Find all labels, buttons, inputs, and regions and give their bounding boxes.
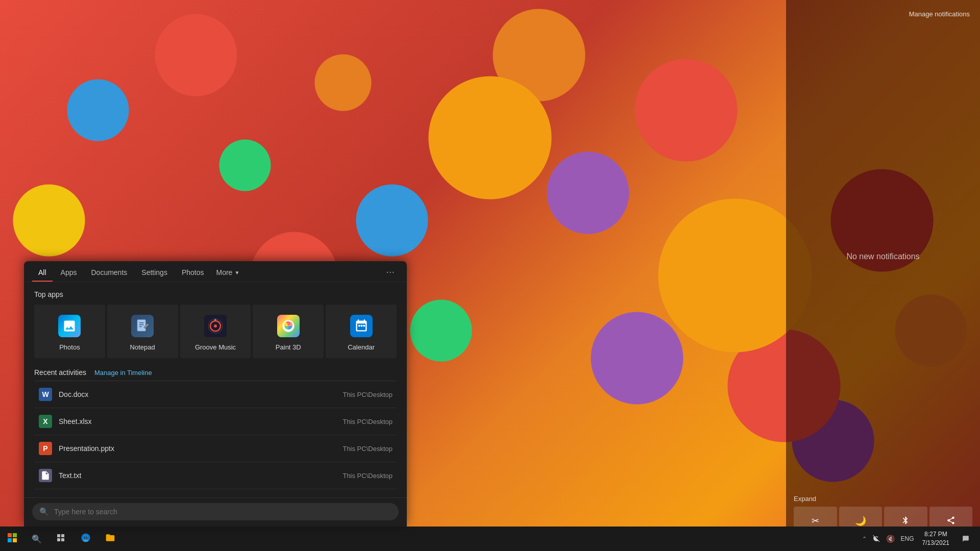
svg-rect-0 [137,320,145,332]
explorer-icon [105,533,115,545]
notification-panel: Manage notifications No new notification… [786,0,980,551]
system-tray: ⌃ 🔇 ENG 8:27 PM 7/13/2021 [856,527,980,551]
presentation-filename: Presentation.pptx [59,444,336,453]
app-tile-paint3d[interactable]: Paint 3D [253,305,324,358]
notification-header: Manage notifications [786,0,980,23]
paint3d-app-icon [276,314,301,338]
search-content: Top apps Photos [24,282,407,497]
svg-rect-11 [360,325,362,327]
no-notifications-text: No new notifications [786,23,980,490]
clock-date: 7/13/2021 [922,539,949,547]
svg-rect-10 [358,325,360,327]
calendar-icon-graphic [350,315,373,337]
search-bar-container: 🔍 [24,497,407,527]
more-label: More [216,268,232,277]
language-indicator[interactable]: ENG [899,533,916,544]
svg-rect-13 [8,533,12,537]
tab-ellipsis-button[interactable]: ··· [382,262,399,282]
svg-rect-19 [57,538,60,541]
app-tile-groove[interactable]: Groove Music [180,305,251,358]
system-clock[interactable]: 8:27 PM 7/13/2021 [918,528,953,549]
recent-item-sheet[interactable]: X Sheet.xlsx This PC\Desktop [34,408,397,435]
nearby-sharing-icon [946,516,955,527]
top-apps-title: Top apps [34,290,397,298]
task-view-button[interactable] [49,527,74,551]
edge-icon [81,533,91,545]
app-tile-notepad[interactable]: Notepad [107,305,178,358]
tab-documents[interactable]: Documents [85,261,133,282]
start-icon [8,533,17,545]
paint3d-app-name: Paint 3D [276,343,301,351]
svg-rect-12 [363,325,365,327]
taskbar-explorer-button[interactable] [98,527,122,551]
search-panel: All Apps Documents Settings Photos More … [24,261,407,527]
excel-file-icon: X [38,414,53,429]
clock-time: 8:27 PM [922,530,949,539]
app-tile-calendar[interactable]: Calendar [326,305,397,358]
notepad-icon-graphic [131,315,154,337]
search-bar-icon: 🔍 [39,507,49,516]
tab-all[interactable]: All [32,261,53,282]
notification-center-button[interactable] [955,527,976,551]
sheet-filepath: This PC\Desktop [342,418,393,425]
task-view-icon [57,534,65,544]
doc-filepath: This PC\Desktop [342,391,393,398]
txt-icon-graphic [39,469,52,482]
search-input[interactable] [54,508,391,516]
ppt-file-icon: P [38,441,53,456]
svg-rect-20 [61,538,64,541]
search-bar: 🔍 [32,503,399,520]
photos-app-icon [57,314,82,338]
recent-item-text[interactable]: Text.txt This PC\Desktop [34,462,397,489]
calendar-app-icon [349,314,374,338]
groove-app-name: Groove Music [195,343,236,351]
groove-icon-graphic [204,315,227,337]
night-light-icon: 🌙 [855,516,866,525]
excel-icon-graphic: X [39,415,52,428]
svg-rect-16 [13,538,17,542]
taskbar-search-button[interactable]: 🔍 [24,527,49,551]
photos-app-name: Photos [59,343,80,351]
manage-timeline-link[interactable]: Manage in Timeline [94,369,152,377]
chevron-down-icon: ▼ [234,270,239,276]
manage-notifications-link[interactable]: Manage notifications [909,10,970,18]
calendar-app-name: Calendar [348,343,375,351]
taskbar-edge-button[interactable] [74,527,98,551]
search-icon: 🔍 [32,534,42,544]
recent-item-doc[interactable]: W Doc.docx This PC\Desktop [34,381,397,408]
tab-settings[interactable]: Settings [135,261,174,282]
groove-app-icon [203,314,228,338]
app-tile-photos[interactable]: Photos [34,305,105,358]
svg-point-9 [214,319,216,321]
taskbar: 🔍 ⌃ [0,527,980,551]
bluetooth-icon [901,516,910,527]
svg-point-8 [214,324,217,328]
word-file-icon: W [38,387,53,402]
top-apps-grid: Photos Notepad [34,305,397,358]
ppt-icon-graphic: P [39,442,52,455]
tab-apps[interactable]: Apps [55,261,83,282]
tab-more[interactable]: More ▼ [212,261,243,282]
text-filepath: This PC\Desktop [342,472,393,480]
start-button[interactable] [0,527,24,551]
recent-item-presentation[interactable]: P Presentation.pptx This PC\Desktop [34,435,397,462]
volume-icon[interactable]: 🔇 [884,533,897,545]
svg-rect-17 [57,534,60,537]
svg-rect-15 [8,538,12,542]
photos-icon-graphic [58,315,81,337]
expand-label[interactable]: Expand [794,495,972,503]
network-icon[interactable] [871,533,882,545]
svg-rect-18 [61,534,64,537]
tab-photos[interactable]: Photos [176,261,210,282]
paint3d-icon-graphic [277,315,300,337]
screen-snip-icon: ✂ [812,516,819,525]
search-tabs: All Apps Documents Settings Photos More … [24,261,407,282]
system-tray-expand-icon[interactable]: ⌃ [860,534,869,544]
sheet-filename: Sheet.xlsx [59,417,336,425]
txt-file-icon [38,468,53,483]
doc-filename: Doc.docx [59,390,336,398]
svg-rect-14 [13,533,17,537]
recent-files-list: W Doc.docx This PC\Desktop X Sheet.xlsx … [34,381,397,489]
text-filename: Text.txt [59,471,336,480]
notepad-app-icon [130,314,155,338]
